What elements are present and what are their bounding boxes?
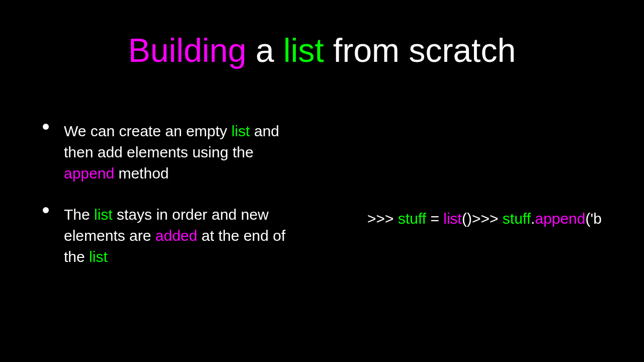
- title-word-building: Building: [128, 32, 247, 69]
- bullet-list: We can create an empty list and then add…: [43, 121, 289, 288]
- bullet-icon: [43, 207, 49, 213]
- list-item: The list stays in order and new elements…: [43, 204, 289, 267]
- title-word-a: a: [247, 32, 283, 69]
- code-example: >>> stuff = list()>>> stuff.append('b: [367, 210, 602, 227]
- list-item: We can create an empty list and then add…: [43, 121, 289, 184]
- slide-title: Building a list from scratch: [0, 31, 644, 69]
- slide: Building a list from scratch We can crea…: [0, 0, 644, 362]
- bullet-icon: [43, 124, 49, 130]
- title-word-list: list: [283, 32, 324, 69]
- bullet-text-1: We can create an empty list and then add…: [64, 121, 289, 184]
- bullet-text-2: The list stays in order and new elements…: [64, 204, 289, 267]
- title-word-rest: from scratch: [324, 32, 516, 69]
